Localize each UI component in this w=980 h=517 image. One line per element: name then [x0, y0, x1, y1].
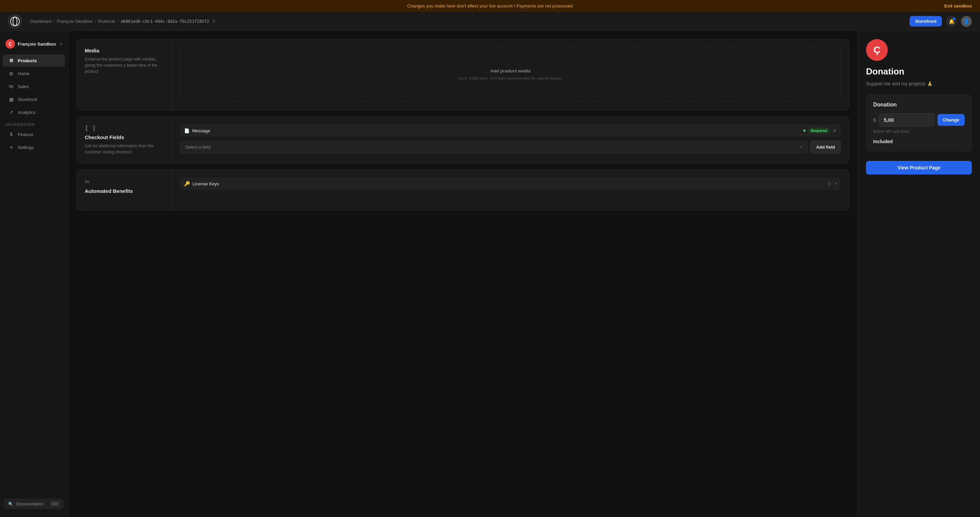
- upload-description: Up to 10MB each. 16:9 ratio recommended …: [459, 76, 562, 82]
- sales-icon: 🛍: [8, 84, 14, 89]
- media-title: Media: [85, 48, 163, 53]
- automated-benefits-title: Automated Benefits: [85, 188, 163, 194]
- breadcrumb-sep1: /: [54, 19, 55, 24]
- documentation-search[interactable]: 🔍 Documentation ⌘K: [4, 499, 64, 509]
- donation-section: Donation $ 5,00 Change Before VAT and ta…: [866, 95, 972, 151]
- price-row: $ 5,00 Change: [873, 113, 965, 127]
- workspace-icon: Ç: [5, 39, 15, 49]
- sidebar-item-label: Analytics: [18, 110, 35, 115]
- header: Dashboard / François Sandbox / Products …: [0, 12, 980, 31]
- svg-point-1: [13, 17, 17, 26]
- checkout-fields-section: [ ] Checkout Fields Ask for additional i…: [76, 116, 850, 163]
- breadcrumb-products[interactable]: Products: [98, 19, 115, 24]
- change-price-button[interactable]: Change: [937, 114, 965, 126]
- avatar[interactable]: 👤: [961, 16, 972, 27]
- storefront-icon: ▦: [8, 97, 14, 102]
- sidebar: Ç François Sandbox ▾ ⚙ Products ⊞ Home 🛍…: [0, 31, 68, 517]
- sidebar-item-finance[interactable]: $ Finance: [3, 128, 65, 141]
- workspace-name: François Sandbox: [18, 41, 57, 47]
- chevron-down-icon: ▾: [800, 145, 802, 149]
- sidebar-item-label: Finance: [18, 132, 33, 137]
- upload-title: Add product media: [490, 68, 530, 73]
- sidebar-item-label: Settings: [18, 145, 34, 150]
- benefit-count: 0: [828, 181, 830, 186]
- settings-icon: ≡: [8, 144, 14, 150]
- key-icon: 🔑: [184, 181, 190, 186]
- sidebar-item-settings[interactable]: ≡ Settings: [3, 141, 65, 154]
- copy-hash-icon[interactable]: ⎘: [213, 19, 215, 24]
- checkout-field-message: 📄 Message Required ✕: [180, 124, 841, 137]
- field-remove-button[interactable]: ✕: [833, 128, 837, 133]
- media-section: Media Enhance the product page with medi…: [76, 39, 850, 111]
- banner-message: Changes you make here don't affect your …: [407, 3, 573, 8]
- media-section-right: Add product media Up to 10MB each. 16:9 …: [172, 40, 849, 110]
- exit-sandbox-button[interactable]: Exit sandbox: [944, 3, 972, 8]
- donation-section-title: Donation: [873, 102, 965, 108]
- currency-symbol: $: [873, 117, 876, 123]
- product-name-large: Donation: [866, 66, 972, 77]
- automated-benefits-right: 🔑 License Keys 0 ▾: [172, 170, 849, 210]
- tax-note: Before VAT and taxes: [873, 129, 965, 133]
- checkout-fields-description: Ask for additional information from the …: [85, 143, 163, 155]
- product-initial: Ç: [873, 44, 880, 56]
- search-icon: 🔍: [8, 502, 13, 506]
- breadcrumb-workspace[interactable]: François Sandbox: [57, 19, 92, 24]
- bracket-icon: [ ]: [85, 124, 163, 132]
- infinity-icon: ∞: [85, 178, 163, 186]
- field-select-dropdown[interactable]: Select a field ▾: [180, 141, 808, 154]
- notification-dot: [953, 17, 956, 20]
- workspace-selector[interactable]: Ç François Sandbox ▾: [0, 36, 68, 54]
- breadcrumb-sep2: /: [95, 19, 96, 24]
- breadcrumb-hash: ab861edb-c9c1-494c-9d2a-f9c251f285f2: [121, 19, 209, 24]
- main-content: Media Enhance the product page with medi…: [68, 31, 858, 517]
- included-label: Included: [873, 139, 965, 144]
- analytics-icon: ↗: [8, 109, 14, 115]
- svg-point-0: [11, 17, 19, 26]
- sidebar-item-analytics[interactable]: ↗ Analytics: [3, 106, 65, 118]
- benefit-license-keys: 🔑 License Keys 0 ▾: [180, 178, 841, 190]
- finance-icon: $: [8, 132, 14, 137]
- sidebar-item-products[interactable]: ⚙ Products: [3, 54, 65, 67]
- header-actions: Storefront 🔔 👤: [910, 16, 972, 27]
- add-field-button[interactable]: Add field: [810, 141, 841, 154]
- view-product-page-button[interactable]: View Product Page: [866, 161, 972, 174]
- sidebar-bottom: 🔍 Documentation ⌘K: [0, 495, 68, 513]
- org-section-label: ORGANIZATION: [0, 119, 68, 128]
- notifications-button[interactable]: 🔔: [946, 16, 957, 27]
- sidebar-item-sales[interactable]: 🛍 Sales: [3, 80, 65, 92]
- docs-label: Documentation: [16, 502, 43, 506]
- price-input[interactable]: 5,00: [878, 113, 935, 127]
- sidebar-item-label: Sales: [18, 84, 29, 89]
- field-required-dot: [803, 130, 805, 132]
- media-upload-area[interactable]: Add product media Up to 10MB each. 16:9 …: [180, 48, 841, 102]
- checkout-fields-left: [ ] Checkout Fields Ask for additional i…: [76, 116, 172, 163]
- sidebar-item-label: Storefront: [18, 97, 37, 102]
- checkout-fields-right: 📄 Message Required ✕ Select a field ▾ Ad…: [172, 116, 849, 163]
- sidebar-item-home[interactable]: ⊞ Home: [3, 67, 65, 79]
- checkout-fields-title: Checkout Fields: [85, 134, 163, 140]
- main-layout: Ç François Sandbox ▾ ⚙ Products ⊞ Home 🛍…: [0, 31, 980, 517]
- docs-shortcut: ⌘K: [50, 501, 60, 506]
- message-field-icon: 📄: [184, 128, 189, 133]
- media-description: Enhance the product page with medias, gi…: [85, 56, 163, 75]
- sidebar-item-label: Home: [18, 71, 30, 76]
- breadcrumb-dashboard[interactable]: Dashboard: [30, 19, 52, 24]
- product-tagline: Support me and my projects 🙏: [866, 81, 972, 86]
- field-select-placeholder: Select a field: [185, 144, 210, 150]
- chevron-down-icon: ▾: [60, 41, 62, 46]
- chevron-down-icon[interactable]: ▾: [835, 182, 837, 186]
- field-name-message: Message: [192, 128, 801, 133]
- storefront-button[interactable]: Storefront: [910, 16, 942, 27]
- sidebar-item-label: Products: [18, 58, 37, 63]
- field-required-badge: Required: [808, 128, 830, 133]
- sidebar-item-storefront[interactable]: ▦ Storefront: [3, 93, 65, 105]
- app-logo: [8, 14, 22, 28]
- media-section-left: Media Enhance the product page with medi…: [76, 40, 172, 110]
- right-panel: Ç Donation Support me and my projects 🙏 …: [858, 31, 980, 517]
- product-avatar: Ç: [866, 39, 888, 61]
- breadcrumb: Dashboard / François Sandbox / Products …: [30, 19, 910, 24]
- products-icon: ⚙: [8, 58, 14, 63]
- automated-benefits-left: ∞ Automated Benefits: [76, 170, 172, 210]
- breadcrumb-sep3: /: [118, 19, 119, 24]
- sandbox-banner: Changes you make here don't affect your …: [0, 0, 980, 12]
